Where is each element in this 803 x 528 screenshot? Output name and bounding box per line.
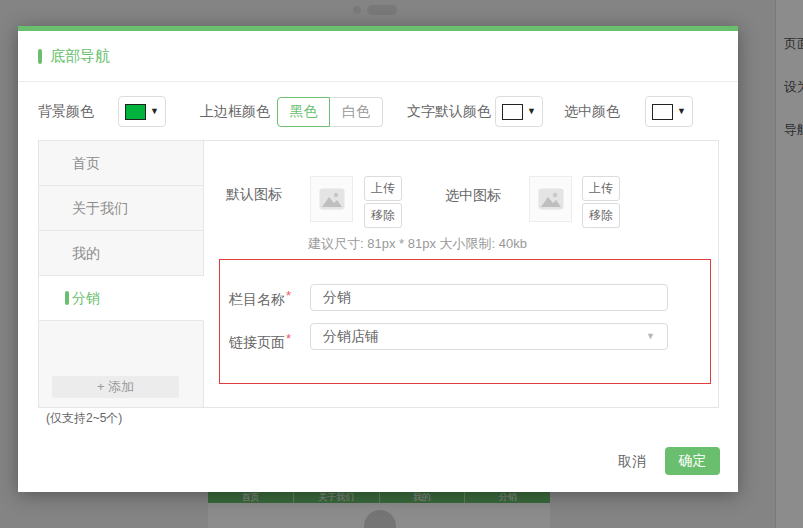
nav-tab-label: 关于我们 [72, 200, 128, 216]
nav-tab-distribution[interactable]: 分销 [39, 276, 204, 321]
modal-title: 底部导航 [50, 47, 110, 66]
default-icon-remove-button[interactable]: 移除 [364, 203, 402, 228]
selected-icon-label: 选中图标 [445, 187, 501, 205]
icon-size-hint: 建议尺寸: 81px * 81px 大小限制: 40kb [308, 235, 527, 253]
text-color-picker[interactable]: ▼ [495, 96, 543, 127]
chevron-down-icon: ▼ [677, 107, 686, 116]
selected-icon-preview[interactable] [529, 176, 572, 222]
required-asterisk: * [286, 331, 291, 346]
nav-tab-label: 我的 [72, 245, 100, 261]
selected-color-picker[interactable]: ▼ [645, 96, 693, 127]
item-name-label: 栏目名称* [229, 288, 291, 309]
nav-tab-about[interactable]: 关于我们 [39, 186, 204, 231]
text-color-swatch [502, 104, 523, 120]
nav-tab-label: 分销 [72, 290, 100, 306]
default-icon-upload-button[interactable]: 上传 [364, 176, 402, 201]
image-placeholder-icon [319, 188, 345, 210]
nav-tab-label: 首页 [72, 155, 100, 171]
link-page-selected-value: 分销店铺 [323, 328, 379, 344]
nav-tab-mine[interactable]: 我的 [39, 231, 204, 276]
tab-count-note: (仅支持2~5个) [46, 410, 122, 427]
cancel-button[interactable]: 取消 [609, 450, 655, 474]
nav-tab-home[interactable]: 首页 [39, 141, 204, 186]
chevron-down-icon: ▼ [646, 324, 655, 349]
bg-color-label: 背景颜色 [38, 103, 94, 121]
default-icon-preview[interactable] [310, 176, 353, 222]
image-placeholder-icon [538, 188, 564, 210]
item-name-input[interactable] [310, 284, 668, 311]
selected-icon-upload-button[interactable]: 上传 [582, 176, 620, 201]
border-white-button[interactable]: 白色 [330, 97, 383, 127]
modal-header: 底部导航 [18, 31, 738, 82]
bg-color-picker[interactable]: ▼ [118, 96, 166, 127]
required-asterisk: * [286, 288, 291, 303]
link-page-label: 链接页面* [229, 331, 291, 352]
add-tab-button[interactable]: + 添加 [52, 376, 179, 398]
border-black-button[interactable]: 黑色 [277, 97, 330, 127]
bottom-nav-settings-modal: 底部导航 × 背景颜色 ▼ 上边框颜色 黑色 白色 文字默认颜色 ▼ 选中颜色 … [18, 26, 738, 492]
confirm-button[interactable]: 确定 [665, 447, 720, 475]
link-page-select[interactable]: 分销店铺 ▼ [310, 323, 668, 350]
selected-icon-remove-button[interactable]: 移除 [582, 203, 620, 228]
default-icon-label: 默认图标 [226, 186, 282, 204]
tab-accent-bar [65, 291, 69, 305]
nav-items-panel: 首页 关于我们 我的 分销 + 添加 默认图标 上传 移除 选中图标 [38, 140, 719, 408]
chevron-down-icon: ▼ [527, 107, 536, 116]
form-highlight-box [219, 259, 711, 384]
border-color-label: 上边框颜色 [200, 103, 270, 121]
link-page-label-text: 链接页面 [229, 334, 285, 350]
selected-color-label: 选中颜色 [564, 103, 620, 121]
tab-list-filler: + 添加 [39, 321, 204, 407]
bg-color-swatch [125, 104, 146, 120]
border-color-toggle: 黑色 白色 [277, 97, 383, 127]
chevron-down-icon: ▼ [150, 107, 159, 116]
title-accent-bar [38, 49, 42, 64]
selected-color-swatch [652, 104, 673, 120]
text-color-label: 文字默认颜色 [407, 103, 491, 121]
item-name-label-text: 栏目名称 [229, 291, 285, 307]
